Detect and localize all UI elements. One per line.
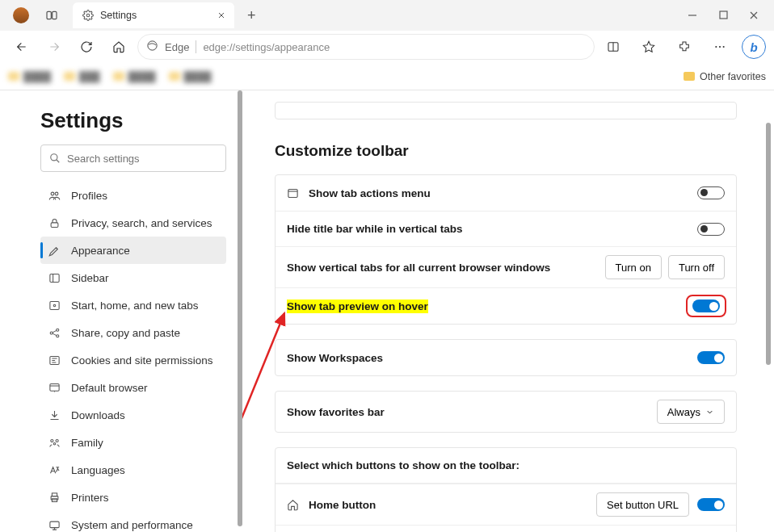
address-prefix: Edge [165,41,189,53]
bing-chat-button[interactable]: b [742,35,766,59]
row-label: Show tab actions menu [309,187,431,199]
bookmark-item[interactable]: ████ [169,71,212,82]
lock-icon [48,217,61,229]
svg-rect-13 [50,274,59,282]
minimize-button[interactable] [687,10,698,20]
svg-point-21 [51,439,53,442]
svg-point-22 [56,439,58,442]
bookmark-item[interactable]: ████ [113,71,156,82]
sidebar-item-label: Profiles [71,190,107,202]
maximize-button[interactable] [717,10,729,20]
tab-preview-toggle[interactable] [692,300,720,312]
tab-actions-toggle[interactable] [697,186,725,199]
sidebar-item-share-copy-and-paste[interactable]: Share, copy and paste [40,319,226,346]
browser-tab[interactable]: Settings [73,2,234,28]
profile-avatar[interactable] [13,7,29,23]
close-tab-button[interactable] [217,10,226,20]
address-divider [196,40,196,53]
annotation-highlight-box [688,296,725,316]
home-button-toggle[interactable] [697,498,725,511]
new-tab-button[interactable]: + [239,7,264,24]
svg-point-8 [723,46,725,48]
sidebar-item-default-browser[interactable]: Default browser [40,374,226,401]
appearance-icon [48,245,61,257]
svg-point-15 [53,304,56,307]
row-label: Home button [309,499,376,511]
profiles-icon [48,190,61,202]
previous-section-card [275,102,737,119]
workspaces-button[interactable] [40,4,63,27]
search-icon [49,153,61,164]
sidebar-item-system-and-performance[interactable]: System and performance [40,511,226,532]
favorites-bar-dropdown[interactable]: Always [657,400,725,424]
printers-icon [48,492,61,504]
row-label: Show favorites bar [287,406,385,418]
home-icon [287,499,299,511]
sidebar-item-label: Cookies and site permissions [71,354,213,367]
other-favorites-button[interactable]: Other favorites [684,71,766,82]
sidebar-item-privacy-search-and-services[interactable]: Privacy, search, and services [40,209,226,237]
sidebar-item-label: Share, copy and paste [71,327,180,339]
svg-rect-27 [50,522,59,528]
sidebar-item-downloads[interactable]: Downloads [40,401,226,429]
turn-off-button[interactable]: Turn off [668,255,725,279]
system-icon [48,519,61,531]
set-button-url-button[interactable]: Set button URL [596,492,689,517]
hide-titlebar-toggle[interactable] [697,223,725,236]
svg-rect-14 [50,301,59,309]
svg-point-7 [719,46,721,48]
bookmark-item[interactable]: ████ [8,71,51,82]
row-label: Show vertical tabs for all current brows… [287,262,550,274]
tab-actions-icon [287,187,299,199]
svg-rect-12 [51,222,58,227]
svg-point-6 [715,46,717,48]
sidebar-item-label: Family [71,437,103,449]
settings-main: Customize toolbar Show tab actions menu … [242,90,774,532]
search-settings-input[interactable] [40,145,226,172]
sidebar-icon [48,272,61,284]
svg-rect-20 [50,383,59,391]
svg-rect-0 [47,11,51,19]
address-bar[interactable]: Edge edge://settings/appearance [137,34,595,60]
tab-title: Settings [100,10,137,21]
svg-rect-25 [52,492,57,496]
refresh-button[interactable] [73,34,100,60]
sidebar-item-printers[interactable]: Printers [40,484,226,511]
sidebar-item-cookies-and-site-permissions[interactable]: Cookies and site permissions [40,346,226,374]
svg-point-9 [51,154,57,161]
split-screen-button[interactable] [599,34,627,60]
svg-point-4 [148,41,157,50]
sidebar-item-label: Start, home, and new tabs [71,300,199,312]
languages-icon [48,464,61,476]
sidebar-item-profiles[interactable]: Profiles [40,182,226,209]
turn-on-button[interactable]: Turn on [605,255,662,279]
main-scrollbar[interactable] [766,123,771,365]
sidebar-item-languages[interactable]: Languages [40,456,226,484]
cookies-icon [48,354,61,367]
workspaces-toggle[interactable] [697,351,725,364]
favorite-button[interactable] [635,34,663,60]
forward-button [40,34,68,60]
close-window-button[interactable] [748,10,759,20]
svg-point-10 [51,192,54,195]
toolbar-buttons-heading: Select which buttons to show on the tool… [287,459,520,471]
sidebar-item-label: System and performance [71,519,193,531]
menu-button[interactable] [706,34,734,60]
sidebar-item-family[interactable]: Family [40,429,226,456]
downloads-icon [48,409,61,421]
share-icon [48,327,61,339]
home-button[interactable] [105,34,133,60]
sidebar-item-sidebar[interactable]: Sidebar [40,264,226,291]
row-label: Hide title bar while in vertical tabs [287,223,463,235]
svg-point-2 [86,14,90,17]
row-label: Show Workspaces [287,352,383,364]
sidebar-item-label: Languages [71,464,125,476]
back-button[interactable] [8,34,36,60]
bookmark-item[interactable]: ███ [64,71,100,82]
sidebar-item-appearance[interactable]: Appearance [40,237,226,264]
other-favorites-label: Other favorites [700,71,766,82]
sidebar-item-label: Downloads [71,409,125,421]
window-titlebar: Settings + [0,0,774,31]
extensions-button[interactable] [671,34,698,60]
sidebar-item-start-home-and-new-tabs[interactable]: Start, home, and new tabs [40,291,226,319]
